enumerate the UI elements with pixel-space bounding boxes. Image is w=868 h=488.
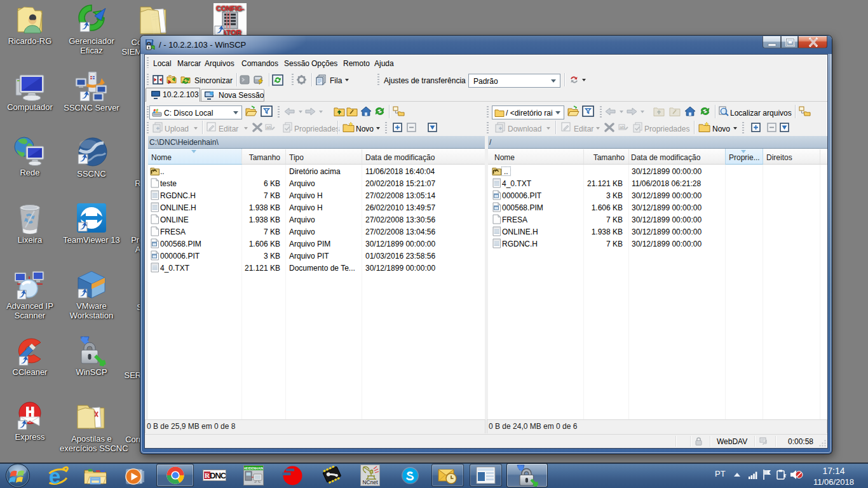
svg-text:e: e (49, 465, 60, 487)
svg-text:ab: ab (266, 125, 271, 130)
svg-text:CONFIG-: CONFIG- (216, 4, 245, 12)
svg-text:NCnet: NCnet (362, 479, 378, 485)
svg-text:ab: ab (620, 125, 625, 130)
svg-text:HEIDENHAIN: HEIDENHAIN (244, 466, 263, 470)
svg-text:DNC: DNC (210, 471, 226, 480)
